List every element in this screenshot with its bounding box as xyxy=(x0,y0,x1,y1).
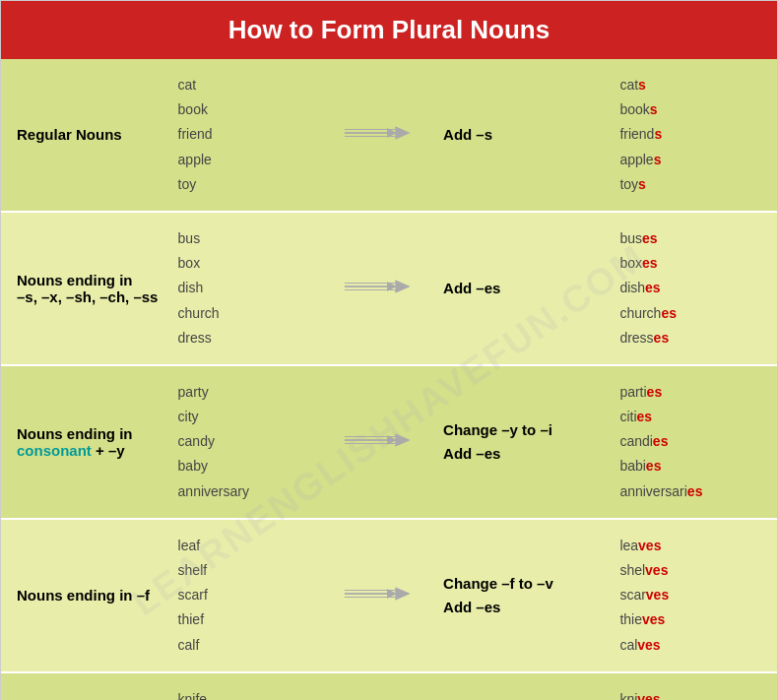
table-row: Nouns ending inconsonant + –ypartycityca… xyxy=(1,365,777,519)
page-title: How to Form Plural Nouns xyxy=(1,1,777,59)
rule-instruction: Change –y to –iAdd –es xyxy=(433,365,610,519)
plurals-list: partiescitiescandiesbabiesanniversaries xyxy=(610,365,777,519)
examples-list: busboxdishchurchdress xyxy=(168,212,326,365)
plurals-list: busesboxesdisheschurchesdresses xyxy=(610,212,777,365)
svg-marker-17 xyxy=(395,433,410,447)
rule-label: Nouns ending in–s, –x, –sh, –ch, –ss xyxy=(1,212,168,365)
arrow-icon xyxy=(340,121,419,145)
examples-list: catbookfriendappletoy xyxy=(168,59,326,212)
rule-instruction: Change –fe to –vAdd –es xyxy=(433,672,610,700)
svg-marker-11 xyxy=(395,280,410,293)
table-row: Nouns ending in –feknifewifelife Change … xyxy=(1,672,777,700)
examples-list: knifewifelife xyxy=(168,672,326,700)
rule-instruction: Change –f to –vAdd –es xyxy=(433,519,610,672)
rule-instruction: Add –es xyxy=(433,212,610,365)
arrow-cell xyxy=(325,212,433,365)
rule-label: Nouns ending inconsonant + –y xyxy=(1,365,168,519)
arrow-icon xyxy=(340,428,419,452)
table-row: Nouns ending in –fleafshelfscarfthiefcal… xyxy=(1,519,777,672)
table-row: Regular Nounscatbookfriendappletoy Add –… xyxy=(1,59,777,212)
rule-label: Nouns ending in –fe xyxy=(1,672,168,700)
arrow-cell xyxy=(325,365,433,519)
plurals-list: kniveswiveslives xyxy=(610,672,777,700)
svg-marker-23 xyxy=(395,587,410,601)
examples-list: partycitycandybabyanniversary xyxy=(168,365,326,519)
arrow-icon xyxy=(340,582,419,605)
svg-marker-5 xyxy=(395,126,410,140)
content-area: LEARNENGLISHHAVEFUN.COM Regular Nounscat… xyxy=(1,59,777,700)
examples-list: leafshelfscarfthiefcalf xyxy=(168,519,326,672)
plurals-list: catsbooksfriendsapplestoys xyxy=(610,59,777,212)
main-card: How to Form Plural Nouns LEARNENGLISHHAV… xyxy=(0,0,778,700)
rule-label: Nouns ending in –f xyxy=(1,519,168,672)
arrow-cell xyxy=(325,59,433,212)
plural-nouns-table: Regular Nounscatbookfriendappletoy Add –… xyxy=(1,59,777,700)
table-row: Nouns ending in–s, –x, –sh, –ch, –ssbusb… xyxy=(1,212,777,365)
arrow-cell xyxy=(325,672,433,700)
arrow-icon xyxy=(340,275,419,298)
plurals-list: leavesshelvesscarvesthievescalves xyxy=(610,519,777,672)
rule-label: Regular Nouns xyxy=(1,59,168,212)
rule-instruction: Add –s xyxy=(433,59,610,212)
arrow-cell xyxy=(325,519,433,672)
